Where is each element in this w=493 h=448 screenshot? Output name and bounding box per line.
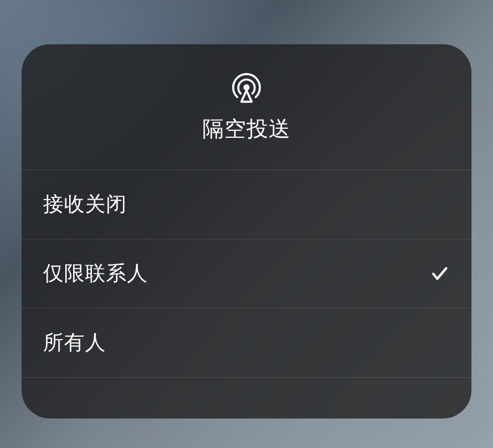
option-label: 接收关闭 bbox=[43, 191, 127, 218]
panel-header: 隔空投送 bbox=[22, 44, 471, 170]
option-receiving-off[interactable]: 接收关闭 bbox=[22, 170, 471, 239]
airdrop-icon bbox=[230, 70, 264, 104]
panel-title: 隔空投送 bbox=[202, 115, 291, 143]
airdrop-settings-panel: 隔空投送 接收关闭 仅限联系人 所有人 bbox=[22, 44, 471, 419]
option-contacts-only[interactable]: 仅限联系人 bbox=[22, 239, 471, 308]
option-label: 所有人 bbox=[43, 329, 106, 357]
airdrop-options-list: 接收关闭 仅限联系人 所有人 bbox=[22, 170, 471, 378]
option-label: 仅限联系人 bbox=[43, 260, 148, 288]
option-everyone[interactable]: 所有人 bbox=[22, 308, 471, 378]
checkmark-icon bbox=[430, 264, 450, 284]
